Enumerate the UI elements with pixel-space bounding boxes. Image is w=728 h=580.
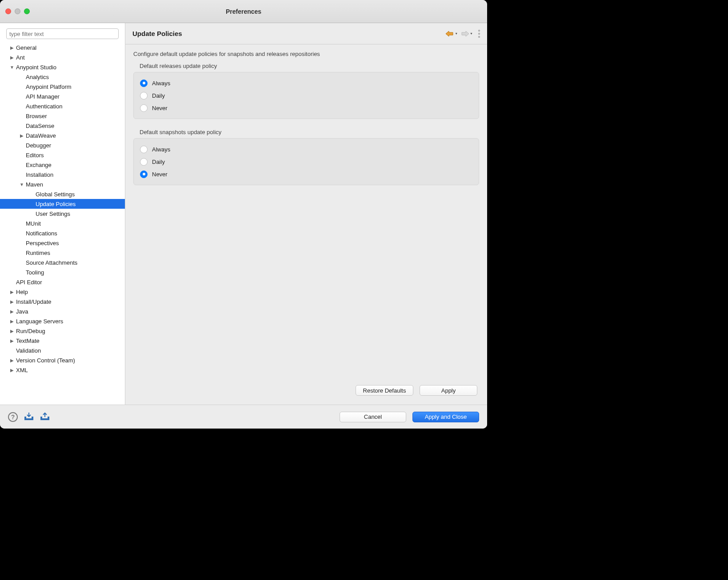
tree-label: Ant [16, 54, 25, 61]
tree-item-anypoint-platform[interactable]: Anypoint Platform [0, 82, 125, 91]
tree-label: Installation [26, 171, 53, 178]
tree-label: Perspectives [26, 240, 59, 246]
radio-snapshots-always[interactable] [140, 146, 148, 153]
tree-label: Anypoint Platform [26, 83, 72, 90]
content-body: Configure default update policies for sn… [125, 44, 487, 405]
tree-item-exchange[interactable]: Exchange [0, 160, 125, 170]
tree-label: Run/Debug [16, 328, 45, 334]
minimize-window-button[interactable] [15, 8, 20, 14]
radio-releases-always[interactable] [140, 79, 148, 87]
header-toolbar: ▼ ▼ [445, 30, 480, 38]
tree-item-anypoint-studio[interactable]: ▼Anypoint Studio [0, 62, 125, 72]
tree-item-maven[interactable]: ▼Maven [0, 179, 125, 189]
button-label: Apply and Close [425, 413, 467, 420]
chevron-down-icon: ▼ [19, 182, 25, 187]
tree-item-dataweave[interactable]: ▶DataWeave [0, 131, 125, 140]
chevron-right-icon: ▶ [9, 358, 15, 363]
tree-item-installation[interactable]: Installation [0, 170, 125, 179]
window-body: ▶General ▶Ant ▼Anypoint Studio Analytics… [0, 23, 487, 405]
radio-label: Always [152, 80, 170, 87]
cancel-button[interactable]: Cancel [340, 412, 406, 422]
chevron-right-icon: ▶ [19, 133, 25, 138]
radio-label: Never [152, 171, 168, 178]
tree-label: User Settings [36, 211, 70, 217]
tree-label: Tooling [26, 269, 44, 276]
releases-radio-group: Always Daily Never [133, 72, 479, 119]
sidebar: ▶General ▶Ant ▼Anypoint Studio Analytics… [0, 23, 125, 405]
tree-label: DataSense [26, 123, 54, 129]
view-menu-icon[interactable] [478, 30, 480, 38]
back-dropdown-icon[interactable]: ▼ [455, 32, 458, 35]
tree-label: Validation [16, 347, 41, 354]
tree-label: Authentication [26, 103, 62, 110]
tree-item-language-servers[interactable]: ▶Language Servers [0, 316, 125, 326]
tree-label: General [16, 44, 36, 51]
tree-item-ant[interactable]: ▶Ant [0, 52, 125, 62]
forward-dropdown-icon[interactable]: ▼ [470, 32, 473, 35]
tree-item-install-update[interactable]: ▶Install/Update [0, 297, 125, 306]
chevron-right-icon: ▶ [9, 338, 15, 343]
releases-daily-row[interactable]: Daily [140, 89, 472, 102]
tree-item-validation[interactable]: Validation [0, 346, 125, 355]
tree-label: TextMate [16, 338, 40, 344]
radio-snapshots-never[interactable] [140, 171, 148, 178]
tree-item-java[interactable]: ▶Java [0, 306, 125, 316]
radio-snapshots-daily[interactable] [140, 158, 148, 166]
forward-button[interactable]: ▼ [460, 31, 473, 37]
filter-input[interactable] [6, 28, 119, 39]
tree-label: API Editor [16, 279, 42, 286]
button-label: Cancel [364, 413, 382, 420]
close-window-button[interactable] [5, 8, 11, 14]
tree-item-notifications[interactable]: Notifications [0, 228, 125, 238]
tree-item-global-settings[interactable]: Global Settings [0, 189, 125, 199]
footer-left: ? [8, 412, 50, 422]
tree-item-version-control[interactable]: ▶Version Control (Team) [0, 355, 125, 365]
tree-item-textmate[interactable]: ▶TextMate [0, 336, 125, 346]
tree-label: Help [16, 289, 28, 295]
back-button[interactable]: ▼ [445, 31, 458, 37]
tree-item-editors[interactable]: Editors [0, 150, 125, 160]
tree-item-runtimes[interactable]: Runtimes [0, 248, 125, 258]
tree-label: Anypoint Studio [16, 64, 56, 71]
snapshots-always-row[interactable]: Always [140, 143, 472, 155]
snapshots-never-row[interactable]: Never [140, 168, 472, 180]
export-icon[interactable] [40, 412, 50, 422]
tree-label: Version Control (Team) [16, 357, 75, 364]
chevron-right-icon: ▶ [9, 290, 15, 294]
releases-always-row[interactable]: Always [140, 77, 472, 89]
snapshots-daily-row[interactable]: Daily [140, 155, 472, 168]
import-icon[interactable] [24, 412, 34, 422]
tree-label: Debugger [26, 142, 51, 149]
tree-item-authentication[interactable]: Authentication [0, 101, 125, 111]
restore-defaults-button[interactable]: Restore Defaults [356, 385, 413, 396]
tree-item-general[interactable]: ▶General [0, 43, 125, 52]
tree-item-update-policies[interactable]: Update Policies [0, 199, 125, 209]
tree-item-munit[interactable]: MUnit [0, 218, 125, 228]
radio-releases-never[interactable] [140, 104, 148, 112]
tree-item-api-manager[interactable]: API Manager [0, 91, 125, 101]
tree-item-api-editor[interactable]: API Editor [0, 277, 125, 287]
tree-item-analytics[interactable]: Analytics [0, 72, 125, 82]
tree-item-run-debug[interactable]: ▶Run/Debug [0, 326, 125, 336]
tree-item-user-settings[interactable]: User Settings [0, 209, 125, 218]
apply-button[interactable]: Apply [420, 385, 477, 396]
releases-never-row[interactable]: Never [140, 102, 472, 114]
tree-item-datasense[interactable]: DataSense [0, 121, 125, 131]
tree-item-xml[interactable]: ▶XML [0, 365, 125, 375]
apply-and-close-button[interactable]: Apply and Close [412, 412, 479, 422]
traffic-lights [5, 8, 30, 14]
tree-label: Update Policies [36, 201, 76, 207]
radio-releases-daily[interactable] [140, 92, 148, 99]
tree-item-perspectives[interactable]: Perspectives [0, 238, 125, 248]
help-icon[interactable]: ? [8, 412, 18, 422]
tree-item-tooling[interactable]: Tooling [0, 267, 125, 277]
tree-item-browser[interactable]: Browser [0, 111, 125, 121]
chevron-right-icon: ▶ [9, 55, 15, 60]
chevron-right-icon: ▶ [9, 329, 15, 334]
tree-item-debugger[interactable]: Debugger [0, 140, 125, 150]
zoom-window-button[interactable] [24, 8, 30, 14]
tree-item-help[interactable]: ▶Help [0, 287, 125, 297]
preferences-window: Preferences ▶General ▶Ant ▼Anypoint Stud… [0, 0, 487, 429]
tree-item-source-attachments[interactable]: Source Attachments [0, 258, 125, 267]
footer-right: Cancel Apply and Close [340, 412, 479, 422]
